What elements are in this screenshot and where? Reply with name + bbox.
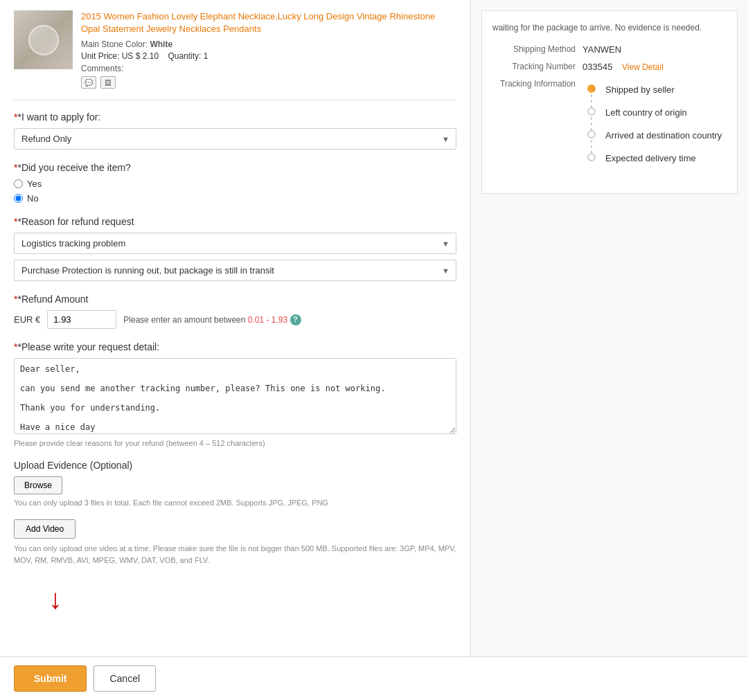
image-icon[interactable]: 🖼 [100,76,116,89]
help-icon[interactable]: ? [290,314,301,325]
timeline-item-shipped: Shipped by seller [586,84,727,95]
received-radio-group: Yes No [14,179,456,204]
scroll-arrow-container: ↓ [14,578,456,620]
cancel-button[interactable]: Cancel [93,665,156,692]
video-hint: You can only upload one video at a time.… [14,543,456,566]
refund-amount-section: **Refund Amount EUR € Please enter an am… [14,294,456,329]
apply-for-select[interactable]: Refund Only Refund and Return [14,128,456,150]
timeline-label-shipped: Shipped by seller [605,84,675,95]
timeline-label-left-country: Left country of origin [605,107,687,118]
shipping-method-row: Shipping Method YANWEN [492,44,727,55]
product-row: 2015 Women Fashion Lovely Elephant Neckl… [14,10,456,100]
bottom-bar: Submit Cancel [0,656,748,700]
tracking-number-label: Tracking Number [492,62,582,72]
product-title: 2015 Women Fashion Lovely Elephant Neckl… [81,10,456,35]
timeline-item-delivery: Expected delivery time [586,153,727,163]
request-detail-section: **Please write your request detail: Dear… [14,341,456,447]
add-video-button[interactable]: Add Video [14,519,75,539]
timeline-dot-container-2 [586,107,597,116]
received-no-input[interactable] [14,194,23,203]
request-detail-textarea[interactable]: Dear seller, can you send me another tra… [14,358,456,434]
timeline-label-delivery: Expected delivery time [605,153,696,163]
received-no-radio[interactable]: No [14,193,456,204]
refund-amount-row: EUR € Please enter an amount between 0.0… [14,310,456,329]
timeline-dot-4 [587,153,596,161]
tracking-card: waiting for the package to arrive. No ev… [481,10,738,194]
apply-for-label: **I want to apply for: [14,111,456,123]
shipping-method-value: YANWEN [582,44,727,55]
add-video-section: Add Video You can only upload one video … [14,519,456,566]
tracking-info-row: Tracking Information Shipped by seller [492,79,727,176]
tracking-number-row-value: 033545 View Detail [582,62,727,72]
refund-amount-input[interactable] [47,310,116,329]
browse-button[interactable]: Browse [14,476,62,494]
timeline-dot-container-3 [586,130,597,138]
timeline-dot-container-1 [586,84,597,93]
refund-amount-label: **Refund Amount [14,294,456,305]
reason-select[interactable]: Logistics tracking problem Item not rece… [14,233,456,254]
comment-icon[interactable]: 💬 [81,76,96,89]
info-note: waiting for the package to arrive. No ev… [492,21,727,34]
apply-for-select-wrapper: Refund Only Refund and Return ▼ [14,128,456,150]
view-detail-link[interactable]: View Detail [622,62,664,72]
sub-reason-select-wrapper: Purchase Protection is running out, but … [14,260,456,281]
request-detail-label: **Please write your request detail: [14,341,456,352]
received-yes-input[interactable] [14,179,23,188]
apply-for-section: **I want to apply for: Refund Only Refun… [14,111,456,150]
reason-label: **Reason for refund request [14,216,456,227]
tracking-number-row: Tracking Number 033545 View Detail [492,62,727,72]
upload-hint: You can only upload 3 files in total. Ea… [14,499,456,507]
down-arrow-icon: ↓ [48,585,62,613]
submit-button[interactable]: Submit [14,665,87,692]
tracking-number-value: 033545 [582,62,612,72]
right-panel: waiting for the package to arrive. No ev… [471,0,748,656]
timeline-dot-container-4 [586,153,597,161]
tracking-info-label: Tracking Information [492,79,582,176]
timeline-dot-1 [587,84,596,93]
timeline-dot-2 [587,107,596,116]
product-comments-label: Comments: [81,64,456,73]
amount-range: 0.01 - 1.93 [248,314,290,324]
timeline-item-arrived: Arrived at destination country [586,130,727,141]
currency-label: EUR € [14,314,40,325]
char-hint: Please provide clear reasons for your re… [14,439,456,447]
timeline-label-arrived: Arrived at destination country [605,130,722,141]
received-label: **Did you receive the item? [14,162,456,173]
product-icons: 💬 🖼 [81,76,456,89]
product-info: 2015 Women Fashion Lovely Elephant Neckl… [81,10,456,89]
product-image [14,10,73,69]
timeline: Shipped by seller Left country of origin [582,84,727,163]
received-section: **Did you receive the item? Yes No [14,162,456,204]
sub-reason-select[interactable]: Purchase Protection is running out, but … [14,260,456,281]
received-yes-radio[interactable]: Yes [14,179,456,189]
upload-label: Upload Evidence (Optional) [14,460,456,471]
upload-section: Upload Evidence (Optional) Browse You ca… [14,460,456,507]
reason-section: **Reason for refund request Logistics tr… [14,216,456,281]
product-price: Unit Price: US $ 2.10 Quantity: 1 [81,51,456,61]
amount-hint: Please enter an amount between 0.01 - 1.… [123,314,301,325]
timeline-item-left-country: Left country of origin [586,107,727,118]
timeline-dot-3 [587,130,596,138]
reason-select-wrapper: Logistics tracking problem Item not rece… [14,233,456,254]
shipping-method-label: Shipping Method [492,44,582,55]
product-stone-color: Main Stone Color: White [81,39,456,49]
tracking-timeline: Shipped by seller Left country of origin [582,79,727,176]
